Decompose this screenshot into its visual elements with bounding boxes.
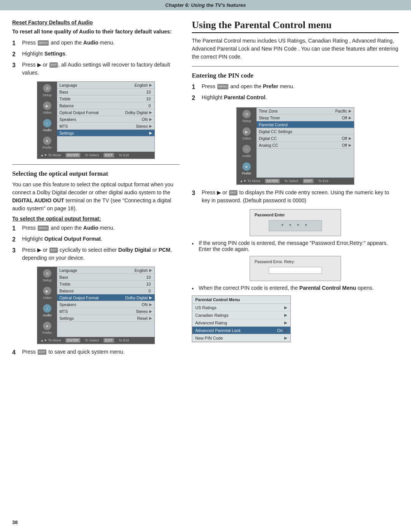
tv-rows-2: Language English ▶ Bass 10 Treble 10 Bal… (57, 267, 155, 337)
tv-footer-1: ▲▼ To Move ENTER To Select EXIT To Exit (37, 152, 155, 159)
video-icon-2: ▶ (43, 287, 51, 295)
bullet-correct-pin: • When the correct PIN code is entered, … (192, 285, 399, 292)
wrong-pin-text: If the wrong PIN code is entered, the me… (199, 240, 399, 252)
reset-title: Reset Factory Defaults of Audio (12, 19, 180, 25)
row-speakers-2: Speakers ON ▶ (57, 301, 155, 308)
ent-badge-3: ENT (229, 190, 237, 195)
video-icon-3: ▶ (242, 127, 251, 136)
password-error-box: Password Error. Retry: (250, 256, 341, 281)
correct-pin-text: When the correct PIN code is entered, th… (199, 285, 374, 291)
tv-rows-3: Time Zone Pacific ▶ Sleep Timer Off ▶ Pa… (256, 108, 354, 178)
row-digital-cc: Digital CC Off ▶ (256, 135, 354, 142)
row-sleep: Sleep Timer Off ▶ (256, 114, 354, 121)
audio-icon-3: ♪ (242, 145, 251, 153)
sidebar-video: ▶ Video (43, 102, 52, 114)
optical-step-1: 1 Press MENU and open the Audio menu. (12, 224, 180, 233)
row-mts: MTS Stereo ▶ (57, 123, 155, 130)
right-column: Using the Parental Control menu The Pare… (192, 19, 399, 362)
sidebar-audio-2: ♪ Audio (43, 304, 51, 317)
reset-step-3: 3 Press ▶ or ENT, all Audio settings wil… (12, 61, 180, 77)
prefer-icon-3: ★ (242, 162, 251, 171)
optical-intro: You can use this feature to select the o… (12, 181, 180, 213)
menu-badge-3: MENU (217, 84, 229, 89)
sidebar-audio: ♪ Audio (43, 119, 51, 132)
row-language: Language English ▶ (57, 82, 155, 89)
row-balance-2: Balance 0 (57, 287, 155, 294)
prefer-icon-2: ★ (43, 322, 51, 330)
sidebar-prefer-3: ★ Prefer (242, 162, 252, 175)
tv-sidebar-3: ⚙ Setup ▶ Video ♪ Audio ★ Prefer (237, 108, 256, 178)
parental-row-new-pin: New PIN Code ▶ (192, 334, 290, 342)
pin-step3-list: 3 Press ▶ or ENT to displays the PIN cod… (192, 189, 399, 205)
optical-step-3: 3 Press ▶ or ENT cyclically to select ei… (12, 246, 180, 262)
parental-row-canadian: Canadian Ratings ▶ (192, 311, 290, 319)
optical-step-2: 2 Highlight Optical Output Format. (12, 235, 180, 244)
menu-badge-2: MENU (38, 226, 49, 231)
row-speakers: Speakers ON ▶ (57, 116, 155, 123)
bullet-wrong-pin: • If the wrong PIN code is entered, the … (192, 240, 399, 252)
audio-icon-2: ♪ (43, 304, 51, 313)
sidebar-audio-3: ♪ Audio (242, 145, 251, 158)
reset-steps: 1 Press MENU and open the Audio menu. 2 … (12, 39, 180, 77)
tv-rows-1: Language English ▶ Bass 10 Treble 10 Bal… (57, 82, 155, 152)
left-column: Reset Factory Defaults of Audio To reset… (12, 19, 180, 362)
optical-step4-list: 4 Press EXIT to save and quick system me… (12, 348, 180, 357)
ent-badge-2: ENT (49, 248, 58, 253)
tv-footer-3: ▲▼ To Move ENTER To Select EXIT To Exit (237, 178, 354, 184)
sidebar-setup: ⚙ Setup (43, 84, 52, 97)
parental-row-advanced-rating: Advanced Rating ▶ (192, 319, 290, 327)
video-icon: ▶ (43, 102, 51, 110)
main-intro: The Parental Control menu includes US Ra… (192, 37, 399, 61)
row-mts-2: MTS Stereo ▶ (57, 308, 155, 315)
row-settings-2: Settings Reset ▶ (57, 315, 155, 322)
parental-menu-title: Parental Control Menu (192, 296, 290, 304)
tv-menu-reset: ⚙ Setup ▶ Video ♪ Audio ★ Prefer (37, 81, 155, 159)
tv-footer-2: ▲▼ To Move ENTER To Select EXIT To Exit (37, 337, 155, 344)
optical-sub-title: To select the optical output format: (12, 216, 180, 222)
setup-icon-3: ⚙ (242, 110, 251, 118)
pin-step-3: 3 Press ▶ or ENT to displays the PIN cod… (192, 189, 399, 205)
divider-1 (12, 164, 180, 165)
pin-step-2: 2 Highlight Parental Control. (192, 94, 399, 103)
row-analog-cc: Analog CC Off ▶ (256, 142, 354, 149)
tv-sidebar-2: ⚙ Setup ▶ Video ♪ Audio ★ Prefer (37, 267, 57, 337)
pin-step-1: 1 Press MENU and open the Prefer menu. (192, 83, 399, 92)
reset-step-1: 1 Press MENU and open the Audio menu. (12, 39, 180, 48)
exit-badge: EXIT (38, 349, 47, 355)
parental-control-menu: Parental Control Menu US Ratings ▶ Canad… (192, 295, 291, 342)
sidebar-video-3: ▶ Video (242, 127, 251, 140)
sidebar-setup-2: ⚙ Setup (43, 269, 52, 282)
row-treble-2: Treble 10 (57, 281, 155, 287)
password-enter-title: Password Enter (255, 213, 336, 217)
row-optical-hl: Optical Output Format Dolby Digital ▶ (57, 294, 155, 301)
row-treble: Treble 10 (57, 95, 155, 102)
setup-icon: ⚙ (43, 84, 51, 92)
chapter-header: Chapter 6: Using the TV's features (0, 0, 411, 10)
divider-2 (192, 66, 399, 67)
row-parental-hl: Parental Control (256, 121, 354, 128)
tv-sidebar-1: ⚙ Setup ▶ Video ♪ Audio ★ Prefer (37, 82, 57, 152)
sidebar-video-2: ▶ Video (43, 287, 52, 300)
optical-steps: 1 Press MENU and open the Audio menu. 2 … (12, 224, 180, 262)
optical-step-4: 4 Press EXIT to save and quick system me… (12, 348, 180, 357)
row-language-2: Language English ▶ (57, 267, 155, 274)
row-dcc-settings: Digital CC Settings (256, 128, 354, 135)
tv-menu-optical: ⚙ Setup ▶ Video ♪ Audio ★ Prefer (37, 267, 155, 344)
reset-step-2: 2 Highlight Settings. (12, 50, 180, 59)
password-error-title: Password Error. Retry: (255, 259, 336, 264)
row-timezone: Time Zone Pacific ▶ (256, 108, 354, 114)
reset-bold-intro: To reset all tone quality of Audio to th… (12, 28, 180, 36)
parental-row-us: US Ratings ▶ (192, 304, 290, 311)
menu-badge: MENU (38, 40, 49, 46)
prefer-icon: ★ (43, 137, 51, 145)
chapter-text: Chapter 6: Using the TV's features (165, 2, 246, 8)
audio-icon: ♪ (43, 119, 51, 127)
parental-row-advanced-lock: Advanced Parental Lock On ▶ (192, 327, 290, 334)
row-bass: Bass 10 (57, 89, 155, 95)
tv-menu-prefer: ⚙ Setup ▶ Video ♪ Audio ★ Prefer (236, 107, 354, 185)
row-settings-reset: Settings ▶ (57, 130, 155, 137)
pin-steps: 1 Press MENU and open the Prefer menu. 2… (192, 83, 399, 103)
setup-icon-2: ⚙ (43, 269, 51, 278)
sidebar-prefer-2: ★ Prefer (43, 322, 52, 335)
main-title: Using the Parental Control menu (192, 19, 399, 33)
